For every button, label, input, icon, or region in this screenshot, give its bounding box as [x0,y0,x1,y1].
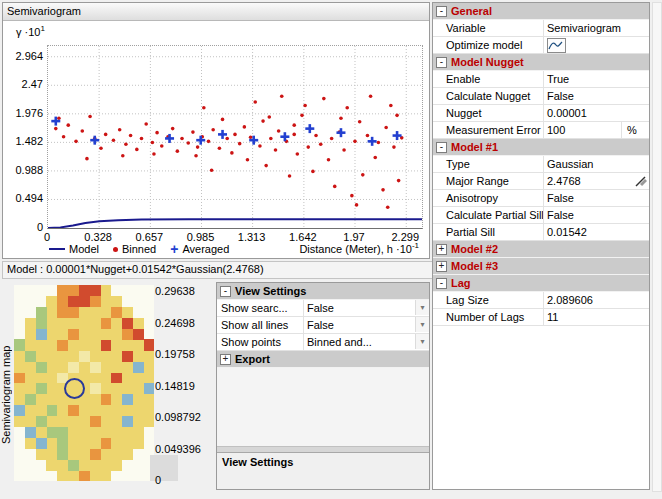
property-value[interactable]: Semivariogram [543,20,649,36]
heatmap-cell [68,448,79,459]
heatmap-cell [100,459,111,470]
property-name: Enable [433,71,543,87]
property-value[interactable]: Binned and...▾ [303,334,429,350]
property-row-show-all-lines[interactable]: Show all linesFalse▾ [217,317,429,334]
model-properties-grid: -GeneralVariableSemivariogramOptimize mo… [433,3,649,326]
property-value[interactable]: False [543,190,649,206]
heatmap-cell [46,427,57,438]
expand-icon[interactable]: + [436,244,447,255]
y-tick-label: 1.482 [5,135,43,147]
property-row-variable[interactable]: VariableSemivariogram [433,20,649,37]
property-row-lag-size[interactable]: Lag Size2.089606 [433,292,649,309]
slider-icon[interactable] [635,175,647,187]
heatmap-cell [132,427,143,438]
heatmap-cell [111,361,122,372]
property-value[interactable]: False [543,207,649,223]
heatmap-cell [89,416,100,427]
heatmap-cell [46,296,57,307]
property-row-partial-sill[interactable]: Partial Sill0.01542 [433,224,649,241]
property-value[interactable]: True [543,71,649,87]
property-name: Variable [433,20,543,36]
property-row-number-of-lags[interactable]: Number of Lags11 [433,309,649,326]
heatmap-cell [100,394,111,405]
heatmap-cell [122,405,133,416]
section-label: Model #3 [451,258,498,274]
collapse-icon[interactable]: - [436,142,447,153]
heatmap-cell [14,405,25,416]
heatmap-cell [111,394,122,405]
collapse-icon[interactable]: - [436,278,447,289]
heatmap-cell [68,285,79,296]
heatmap-cell [79,427,90,438]
property-row-optimize-model[interactable]: Optimize model [433,37,649,54]
property-value[interactable]: 11 [543,309,649,325]
heatmap-cell [36,339,47,350]
heatmap-cell [57,285,68,296]
section-model-nugget[interactable]: -Model Nugget [433,54,649,71]
collapse-icon[interactable]: - [220,286,231,297]
semivariogram-map[interactable] [14,285,154,481]
optimize-model-icon[interactable] [547,38,566,53]
heatmap-cell [46,459,57,470]
property-value[interactable]: Gaussian [543,156,649,172]
property-value[interactable]: 100 [543,122,621,138]
semivariogram-plot[interactable] [47,45,423,229]
heatmap-cell [132,361,143,372]
dropdown-arrow-icon[interactable]: ▾ [415,317,429,332]
property-row-major-range[interactable]: Major Range2.4768 [433,173,649,190]
collapse-icon[interactable]: - [436,6,447,17]
y-tick-label: 1.976 [5,107,43,119]
property-row-show-points[interactable]: Show pointsBinned and...▾ [217,334,429,351]
property-row-measurement-error[interactable]: Measurement Error100% [433,122,649,139]
section-model-3[interactable]: +Model #3 [433,258,649,275]
property-value[interactable]: 2.4768 [543,173,649,189]
heatmap-cell [132,350,143,361]
unit-cell[interactable]: % [621,122,649,138]
property-value-text: False [547,90,574,102]
heatmap-cell [25,427,36,438]
expand-icon[interactable]: + [436,261,447,272]
section-general[interactable]: -General [433,3,649,20]
property-row-nugget[interactable]: Nugget0.00001 [433,105,649,122]
property-value[interactable]: False [543,88,649,104]
dropdown-arrow-icon[interactable]: ▾ [415,334,429,349]
property-name: Calculate Partial Sill [433,207,543,223]
property-value[interactable]: 0.00001 [543,105,649,121]
heatmap-cell [111,448,122,459]
section-view-settings[interactable]: -View Settings [217,283,429,300]
property-row-show-searc[interactable]: Show searc...False▾ [217,300,429,317]
property-value[interactable]: False▾ [303,317,429,333]
section-export[interactable]: +Export [217,351,429,368]
property-value[interactable]: 0.01542 [543,224,649,240]
property-value[interactable] [543,37,649,53]
expand-icon[interactable]: + [220,354,231,365]
property-row-calculate-nugget[interactable]: Calculate NuggetFalse [433,88,649,105]
y-axis-title: γ ·101 [16,26,45,38]
property-row-type[interactable]: TypeGaussian [433,156,649,173]
section-lag[interactable]: -Lag [433,275,649,292]
semivariogram-chart[interactable] [48,46,422,228]
heatmap-cell [89,470,100,481]
heatmap-cell [79,437,90,448]
section-model-1[interactable]: -Model #1 [433,139,649,156]
heatmap-cell [100,329,111,340]
scrollbar-track[interactable] [652,2,662,492]
dropdown-arrow-icon[interactable]: ▾ [415,300,429,315]
heatmap-cell [122,448,133,459]
view-settings-filler [217,368,429,447]
collapse-icon[interactable]: - [436,57,447,68]
property-row-calculate-partial-sill[interactable]: Calculate Partial SillFalse [433,207,649,224]
y-tick-label: 0.494 [5,192,43,204]
scale-value: 0.29638 [155,285,195,297]
legend-binned-label: Binned [122,243,156,255]
section-model-2[interactable]: +Model #2 [433,241,649,258]
property-value[interactable]: False▾ [303,300,429,316]
property-row-anisotropy[interactable]: AnisotropyFalse [433,190,649,207]
heatmap-cell [68,437,79,448]
property-row-enable[interactable]: EnableTrue [433,71,649,88]
heatmap-cell [100,339,111,350]
heatmap-cell [57,427,68,438]
property-value[interactable]: 2.089606 [543,292,649,308]
heatmap-cell [46,405,57,416]
heatmap-cell [68,350,79,361]
